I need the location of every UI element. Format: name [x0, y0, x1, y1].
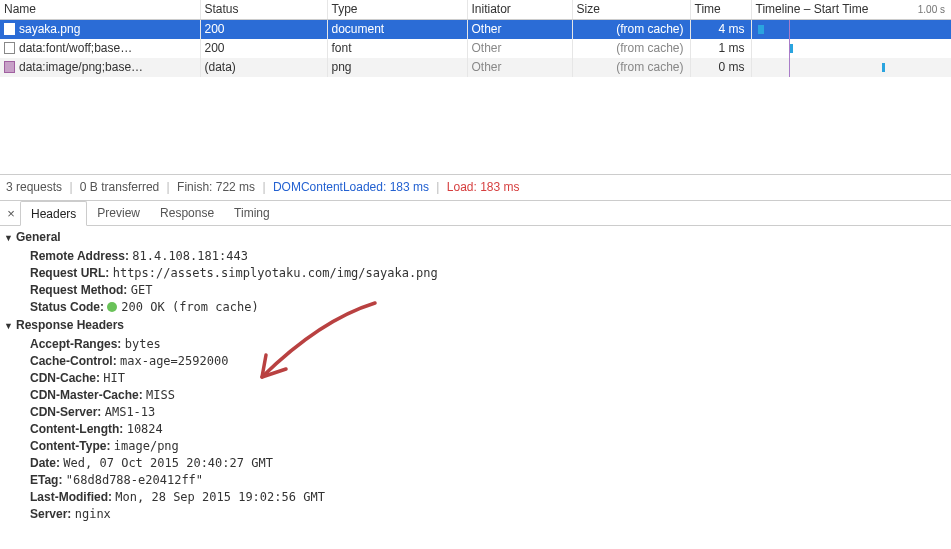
section-response-headers[interactable]: Response Headers	[2, 316, 949, 336]
cell-time: 0 ms	[690, 58, 751, 77]
kv-response-header: ETag: "68d8d788-e20412ff"	[2, 472, 949, 489]
cell-initiator: Other	[467, 58, 572, 77]
kv-status-code: Status Code: 200 OK (from cache)	[2, 299, 949, 316]
file-icon	[4, 42, 15, 54]
close-icon[interactable]: ×	[2, 206, 20, 221]
col-header-timeline[interactable]: Timeline – Start Time 1.00 s	[751, 0, 951, 20]
network-table-wrap: Name Status Type Initiator Size Time Tim…	[0, 0, 951, 175]
table-row[interactable]: data:image/png;base…(data)pngOther(from …	[0, 58, 951, 77]
file-icon	[4, 23, 15, 35]
col-header-status[interactable]: Status	[200, 0, 327, 20]
cell-status: 200	[200, 39, 327, 58]
cell-name: data:image/png;base…	[19, 60, 143, 74]
status-requests: 3 requests	[6, 180, 62, 194]
cell-timeline	[751, 20, 951, 40]
cell-initiator: Other	[467, 39, 572, 58]
cell-initiator: Other	[467, 20, 572, 40]
kv-response-header: CDN-Cache: HIT	[2, 370, 949, 387]
cell-size: (from cache)	[572, 39, 690, 58]
cell-timeline	[751, 58, 951, 77]
status-ok-icon	[107, 302, 117, 312]
kv-response-header: Content-Length: 10824	[2, 421, 949, 438]
status-load: Load: 183 ms	[447, 180, 520, 194]
kv-response-header: Accept-Ranges: bytes	[2, 336, 949, 353]
file-icon	[4, 61, 15, 73]
table-header-row: Name Status Type Initiator Size Time Tim…	[0, 0, 951, 20]
cell-size: (from cache)	[572, 20, 690, 40]
col-header-name[interactable]: Name	[0, 0, 200, 20]
cell-status: 200	[200, 20, 327, 40]
kv-response-header: Content-Type: image/png	[2, 438, 949, 455]
kv-response-header: Date: Wed, 07 Oct 2015 20:40:27 GMT	[2, 455, 949, 472]
details-tabs: × HeadersPreviewResponseTiming	[0, 201, 951, 226]
network-table: Name Status Type Initiator Size Time Tim…	[0, 0, 951, 77]
section-general[interactable]: General	[2, 228, 949, 248]
cell-name: data:font/woff;base…	[19, 41, 132, 55]
status-finish: Finish: 722 ms	[177, 180, 255, 194]
kv-response-header: CDN-Server: AMS1-13	[2, 404, 949, 421]
cell-size: (from cache)	[572, 58, 690, 77]
cell-time: 4 ms	[690, 20, 751, 40]
table-row[interactable]: sayaka.png200documentOther(from cache)4 …	[0, 20, 951, 40]
kv-response-header: CDN-Master-Cache: MISS	[2, 387, 949, 404]
kv-request-method: Request Method: GET	[2, 282, 949, 299]
cell-status: (data)	[200, 58, 327, 77]
status-transferred: 0 B transferred	[80, 180, 159, 194]
kv-remote-address: Remote Address: 81.4.108.181:443	[2, 248, 949, 265]
tab-preview[interactable]: Preview	[87, 201, 150, 226]
details-body: General Remote Address: 81.4.108.181:443…	[0, 226, 951, 546]
col-header-size[interactable]: Size	[572, 0, 690, 20]
tab-timing[interactable]: Timing	[224, 201, 280, 226]
table-row[interactable]: data:font/woff;base…200fontOther(from ca…	[0, 39, 951, 58]
col-header-time[interactable]: Time	[690, 0, 751, 20]
timeline-end-label: 1.00 s	[918, 0, 945, 19]
col-header-type[interactable]: Type	[327, 0, 467, 20]
kv-response-header: Cache-Control: max-age=2592000	[2, 353, 949, 370]
col-header-initiator[interactable]: Initiator	[467, 0, 572, 20]
cell-name: sayaka.png	[19, 22, 80, 36]
kv-response-header: Server: nginx	[2, 506, 949, 523]
tab-headers[interactable]: Headers	[20, 201, 87, 226]
cell-type: font	[327, 39, 467, 58]
cell-type: png	[327, 58, 467, 77]
tab-response[interactable]: Response	[150, 201, 224, 226]
network-status-bar: 3 requests | 0 B transferred | Finish: 7…	[0, 175, 951, 201]
kv-response-header: Last-Modified: Mon, 28 Sep 2015 19:02:56…	[2, 489, 949, 506]
cell-type: document	[327, 20, 467, 40]
cell-timeline	[751, 39, 951, 58]
kv-request-url: Request URL: https://assets.simplyotaku.…	[2, 265, 949, 282]
cell-time: 1 ms	[690, 39, 751, 58]
timeline-label: Timeline – Start Time	[756, 0, 869, 19]
status-dcl: DOMContentLoaded: 183 ms	[273, 180, 429, 194]
